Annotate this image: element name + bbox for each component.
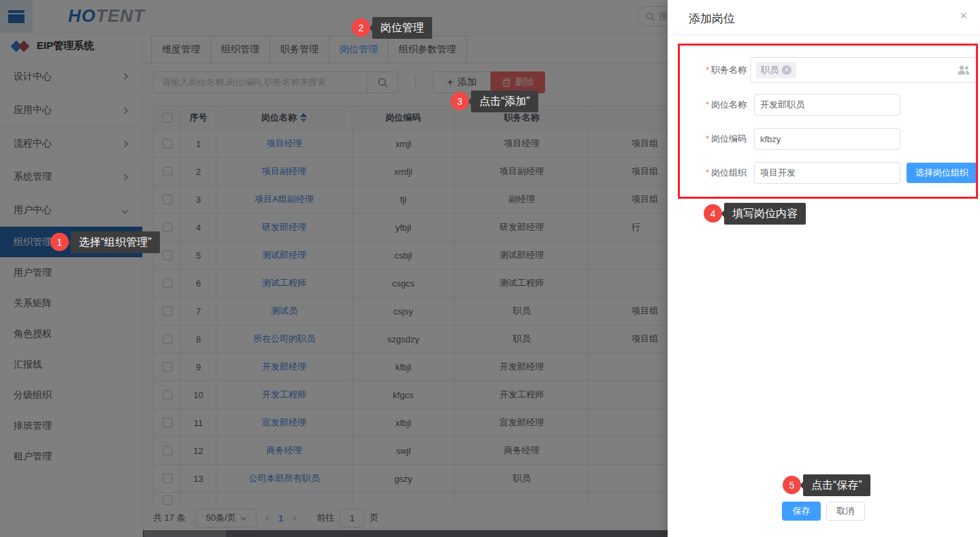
position-org-label: 岗位组织 [711, 167, 747, 178]
step-tooltip-4: 填写岗位内容 [724, 203, 806, 225]
step-badge-1: 1 [50, 233, 69, 251]
add-position-drawer: 添加岗位 × *职务名称 职员 × *岗位名称 开发部职员 *岗位编码 kfbz… [668, 0, 980, 537]
drawer-title: 添加岗位 [689, 11, 735, 27]
step-badge-4: 4 [704, 204, 722, 223]
duty-name-input[interactable]: 职员 × [750, 57, 977, 83]
duty-tag: 职员 × [756, 62, 796, 78]
people-picker-icon[interactable] [957, 65, 970, 76]
required-asterisk: * [706, 65, 709, 75]
save-button[interactable]: 保存 [782, 502, 821, 521]
app-screen: HOTENT 搜索 EIP管理系统 设计中心 应用中心 流程中心 系统管理 用户… [0, 0, 980, 537]
step-badge-2: 2 [352, 18, 370, 37]
select-org-button[interactable]: 选择岗位组织 [906, 163, 977, 183]
position-name-input[interactable]: 开发部职员 [754, 94, 900, 116]
position-org-input[interactable]: 项目开发 [754, 162, 900, 184]
cancel-button[interactable]: 取消 [826, 502, 865, 521]
field-position-org: *岗位组织 项目开发 选择岗位组织 [674, 162, 977, 184]
step-badge-5: 5 [783, 476, 801, 494]
position-code-input[interactable]: kfbzy [754, 128, 900, 150]
step-tooltip-2: 岗位管理 [372, 17, 432, 39]
field-position-code: *岗位编码 kfbzy [674, 128, 900, 150]
required-asterisk: * [706, 99, 709, 110]
required-asterisk: * [706, 167, 709, 178]
drawer-divider [668, 35, 980, 35]
field-duty-name: *职务名称 职员 × [674, 57, 977, 83]
step-tooltip-1: 选择“组织管理” [71, 231, 160, 253]
step-tooltip-3: 点击“添加” [471, 91, 538, 112]
position-code-label: 岗位编码 [711, 133, 747, 144]
dim-overlay [0, 0, 668, 537]
duty-name-label: 职务名称 [711, 65, 747, 75]
close-icon[interactable]: × [960, 10, 967, 22]
position-name-label: 岗位名称 [711, 99, 747, 110]
required-asterisk: * [706, 133, 709, 144]
step-badge-3: 3 [451, 92, 469, 110]
field-position-name: *岗位名称 开发部职员 [674, 94, 900, 116]
tag-remove-icon[interactable]: × [782, 65, 791, 75]
step-tooltip-5: 点击“保存” [803, 474, 870, 496]
duty-tag-label: 职员 [761, 64, 779, 76]
